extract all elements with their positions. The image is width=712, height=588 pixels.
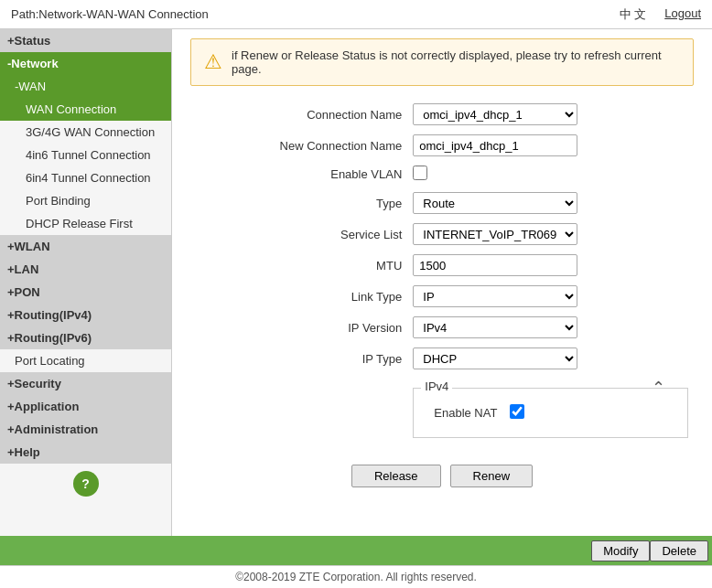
enable-nat-row: Enable NAT	[428, 400, 530, 426]
sidebar-item-pon[interactable]: +PON	[0, 281, 171, 304]
ipv4-box: IPv4 ⌃ Enable NAT	[413, 388, 688, 438]
ipv4-section-row: IPv4 ⌃ Enable NAT	[190, 374, 694, 452]
footer: ©2008-2019 ZTE Corporation. All rights r…	[0, 565, 712, 588]
modify-button[interactable]: Modify	[591, 540, 650, 561]
sidebar-item-routing-ipv6[interactable]: +Routing(IPv6)	[0, 326, 171, 349]
sidebar-item-4in6[interactable]: 4in6 Tunnel Connection	[0, 144, 171, 166]
new-connection-name-input[interactable]	[413, 134, 577, 156]
enable-vlan-row: Enable VLAN	[190, 161, 694, 187]
sidebar-item-wlan[interactable]: +WLAN	[0, 235, 171, 258]
service-list-label: Service List	[190, 219, 407, 250]
sidebar-item-application[interactable]: +Application	[0, 395, 171, 418]
connection-name-row: Connection Name omci_ipv4_dhcp_1	[190, 99, 694, 130]
enable-vlan-checkbox[interactable]	[413, 166, 427, 180]
type-row: Type Route	[190, 187, 694, 219]
type-select[interactable]: Route	[413, 192, 577, 214]
connection-name-label: Connection Name	[190, 99, 407, 130]
ipv4-collapse-button[interactable]: ⌃	[652, 378, 665, 398]
enable-nat-checkbox[interactable]	[510, 404, 524, 419]
path-text: Path:Network-WAN-WAN Connection	[11, 7, 209, 21]
enable-nat-label: Enable NAT	[428, 400, 502, 426]
warning-icon: ⚠	[204, 50, 222, 74]
content-area: ⚠ if Renew or Release Status is not corr…	[172, 29, 712, 536]
copyright-text: ©2008-2019 ZTE Corporation. All rights r…	[235, 571, 477, 583]
service-list-select[interactable]: INTERNET_VoIP_TR069	[413, 223, 577, 245]
help-button[interactable]: ?	[73, 471, 99, 497]
bottom-bar: Modify Delete	[0, 536, 712, 565]
settings-form: Connection Name omci_ipv4_dhcp_1 New Con…	[190, 99, 694, 452]
type-label: Type	[190, 187, 407, 219]
warning-text: if Renew or Release Status is not correc…	[232, 48, 680, 76]
ip-version-row: IP Version IPv4	[190, 312, 694, 343]
sidebar-item-status[interactable]: +Status	[0, 29, 171, 52]
sidebar-item-wan[interactable]: -WAN	[0, 75, 171, 98]
ip-version-label: IP Version	[190, 312, 407, 343]
mtu-label: MTU	[190, 250, 407, 281]
ipv4-section-label: IPv4	[421, 380, 452, 393]
sidebar-item-6in4[interactable]: 6in4 Tunnel Connection	[0, 166, 171, 189]
renew-button[interactable]: Renew	[450, 465, 533, 487]
ip-type-label: IP Type	[190, 343, 407, 374]
service-list-row: Service List INTERNET_VoIP_TR069	[190, 219, 694, 250]
release-button[interactable]: Release	[351, 465, 441, 487]
link-type-select[interactable]: IP	[413, 285, 577, 307]
mtu-row: MTU	[190, 250, 694, 281]
sidebar-item-port-locating[interactable]: Port Locating	[0, 349, 171, 372]
sidebar: +Status -Network -WAN WAN Connection 3G/…	[0, 29, 172, 536]
new-connection-name-row: New Connection Name	[190, 130, 694, 161]
sidebar-item-3g4g[interactable]: 3G/4G WAN Connection	[0, 121, 171, 144]
link-type-row: Link Type IP	[190, 281, 694, 312]
sidebar-item-dhcp-release[interactable]: DHCP Release First	[0, 212, 171, 235]
delete-button[interactable]: Delete	[650, 540, 708, 561]
sidebar-item-routing-ipv4[interactable]: +Routing(IPv4)	[0, 304, 171, 326]
warning-box: ⚠ if Renew or Release Status is not corr…	[190, 38, 694, 86]
sidebar-item-security[interactable]: +Security	[0, 372, 171, 395]
sidebar-item-administration[interactable]: +Administration	[0, 418, 171, 441]
top-bar: Path:Network-WAN-WAN Connection 中 文 Logo…	[0, 0, 712, 29]
sidebar-item-network[interactable]: -Network	[0, 52, 171, 75]
sidebar-item-help[interactable]: +Help	[0, 441, 171, 464]
new-connection-name-label: New Connection Name	[190, 130, 407, 161]
enable-vlan-label: Enable VLAN	[190, 161, 407, 187]
ip-type-select[interactable]: DHCP	[413, 347, 577, 369]
sidebar-item-port-binding[interactable]: Port Binding	[0, 189, 171, 212]
sidebar-item-wan-connection[interactable]: WAN Connection	[0, 98, 171, 121]
action-buttons: Release Renew	[190, 465, 694, 487]
logout-link[interactable]: Logout	[664, 6, 701, 23]
language-switch[interactable]: 中 文	[620, 6, 647, 23]
sidebar-item-lan[interactable]: +LAN	[0, 258, 171, 281]
connection-name-select[interactable]: omci_ipv4_dhcp_1	[413, 103, 577, 125]
link-type-label: Link Type	[190, 281, 407, 312]
mtu-input[interactable]	[413, 254, 577, 276]
ip-version-select[interactable]: IPv4	[413, 316, 577, 338]
ip-type-row: IP Type DHCP	[190, 343, 694, 374]
